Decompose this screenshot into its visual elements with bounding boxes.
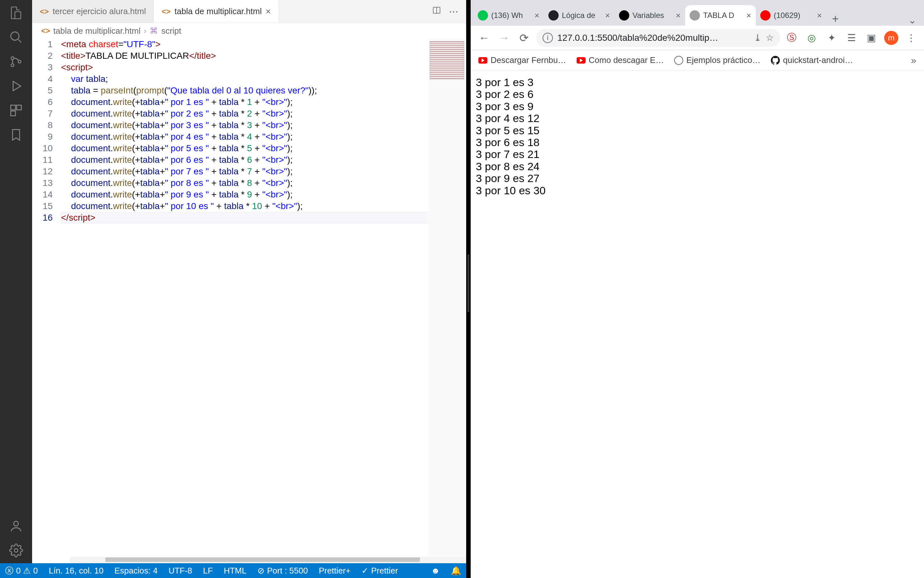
editor-tab-0[interactable]: <> tercer ejercicio alura.html	[32, 0, 154, 23]
bookmarks-icon[interactable]	[8, 127, 24, 143]
bookmark-3[interactable]: quickstart-androi…	[771, 55, 853, 65]
horizontal-scrollbar[interactable]	[70, 557, 466, 563]
svg-rect-5	[17, 106, 21, 110]
scrollbar-thumb[interactable]	[105, 557, 420, 562]
code-line[interactable]: <title>TABLA DE MULTIPLICAR</title>	[61, 50, 463, 62]
browser-tab-1[interactable]: Lógica de×	[544, 5, 614, 26]
back-button[interactable]: ←	[477, 30, 492, 45]
line-number: 2	[32, 50, 53, 62]
code-line[interactable]: document.write(+tabla+" por 5 es " + tab…	[61, 143, 463, 154]
minimap[interactable]	[428, 39, 466, 557]
extension-icon[interactable]: ◎	[804, 31, 819, 45]
status-cursor[interactable]: Lín. 16, col. 10	[49, 566, 104, 576]
account-icon[interactable]	[8, 518, 24, 534]
status-feedback-icon[interactable]: ☻	[431, 566, 440, 576]
code-line[interactable]: document.write(+tabla+" por 7 es " + tab…	[61, 166, 463, 177]
line-number: 3	[32, 62, 53, 73]
close-icon[interactable]: ×	[676, 11, 681, 21]
code-line[interactable]: document.write(+tabla+" por 10 es " + ta…	[61, 200, 463, 212]
install-app-icon[interactable]: ⤓	[754, 32, 761, 43]
status-language[interactable]: HTML	[224, 566, 246, 576]
html-file-icon: <>	[40, 7, 49, 16]
site-info-icon[interactable]: i	[543, 33, 553, 43]
status-spaces[interactable]: Espacios: 4	[115, 566, 158, 576]
bookmark-2[interactable]: Ejemplos práctico…	[674, 55, 760, 65]
toolbar-right-cluster: Ⓢ ◎ ✦ ☰ ▣ m ⋮	[785, 31, 918, 45]
side-panel-icon[interactable]: ▣	[864, 31, 879, 45]
forward-button[interactable]: →	[496, 30, 512, 45]
chrome-menu-icon[interactable]: ⋮	[904, 31, 918, 45]
line-number: 9	[32, 131, 53, 143]
close-icon[interactable]: ×	[746, 11, 751, 21]
status-problems[interactable]: ⓧ0 ⚠0	[5, 565, 38, 576]
editor-body[interactable]: 12345678910111213141516 <meta charset="U…	[32, 39, 466, 557]
new-tab-button[interactable]: +	[827, 12, 845, 26]
status-eol[interactable]: LF	[203, 566, 213, 576]
split-editor-icon[interactable]	[432, 6, 441, 17]
browser-tab-4[interactable]: (10629)×	[756, 5, 827, 26]
status-bell-icon[interactable]: 🔔	[451, 566, 461, 576]
code-line[interactable]: tabla = parseInt(prompt("Que tabla del 0…	[61, 85, 463, 96]
run-debug-icon[interactable]	[8, 78, 24, 94]
explorer-icon[interactable]	[8, 5, 24, 21]
code-line[interactable]: <meta charset="UTF-8">	[61, 39, 463, 50]
line-number-gutter: 12345678910111213141516	[32, 39, 61, 557]
close-icon[interactable]: ×	[535, 11, 539, 21]
code-line[interactable]: var tabla;	[61, 73, 463, 85]
profile-avatar[interactable]: m	[884, 31, 898, 45]
line-number: 14	[32, 189, 53, 200]
browser-tab-2[interactable]: Variables×	[614, 5, 685, 26]
bookmark-1[interactable]: Como descagar E…	[577, 55, 664, 65]
check-icon: ✓	[361, 566, 369, 576]
more-actions-icon[interactable]: ⋯	[449, 6, 459, 17]
close-icon[interactable]: ×	[605, 11, 610, 21]
status-prettier[interactable]: ✓ Prettier	[361, 566, 398, 576]
browser-tab-0[interactable]: (136) Wh×	[473, 5, 544, 26]
svg-rect-6	[11, 111, 16, 116]
editor-tab-1[interactable]: <> tabla de multiplicar.html ×	[154, 0, 279, 23]
breadcrumbs[interactable]: <> tabla de multiplicar.html › ⌘ script	[32, 23, 466, 39]
html-file-icon: <>	[41, 26, 50, 35]
status-prettier-plus[interactable]: Prettier+	[319, 566, 350, 576]
source-control-icon[interactable]	[8, 54, 24, 69]
reload-button[interactable]: ⟳	[516, 30, 532, 45]
github-icon	[771, 56, 780, 65]
code-line[interactable]: document.write(+tabla+" por 8 es " + tab…	[61, 177, 463, 189]
extension-icon[interactable]: Ⓢ	[785, 31, 799, 45]
search-icon[interactable]	[8, 29, 24, 45]
tab-dropdown-icon[interactable]: ⌄	[903, 15, 921, 26]
svg-point-1	[11, 57, 14, 60]
reading-list-icon[interactable]: ☰	[845, 31, 859, 45]
svg-point-8	[15, 549, 18, 552]
code-line[interactable]: document.write(+tabla+" por 1 es " + tab…	[61, 96, 463, 108]
status-port[interactable]: ⊘Port : 5500	[258, 566, 308, 576]
globe-icon	[674, 56, 683, 65]
bookmark-0[interactable]: Descargar Fernbu…	[478, 55, 566, 65]
split-divider[interactable]	[466, 0, 471, 578]
code-line[interactable]: document.write(+tabla+" por 9 es " + tab…	[61, 189, 463, 200]
browser-tab-3[interactable]: TABLA D×	[685, 5, 756, 26]
bookmark-star-icon[interactable]: ☆	[766, 32, 774, 43]
close-icon[interactable]: ×	[266, 6, 271, 17]
bookmarks-overflow-icon[interactable]: »	[911, 55, 916, 66]
close-icon[interactable]: ×	[817, 11, 822, 21]
broadcast-icon: ⊘	[258, 566, 264, 576]
extensions-puzzle-icon[interactable]: ✦	[825, 31, 839, 45]
line-number: 10	[32, 143, 53, 154]
code-line[interactable]: <script>	[61, 62, 463, 73]
code-line[interactable]: document.write(+tabla+" por 3 es " + tab…	[61, 119, 463, 131]
code-line[interactable]: </script>	[61, 212, 463, 224]
page-line: 3 por 10 es 30	[476, 185, 919, 196]
code-line[interactable]: document.write(+tabla+" por 2 es " + tab…	[61, 108, 463, 119]
settings-gear-icon[interactable]	[8, 543, 24, 558]
page-content: 3 por 1 es 33 por 2 es 63 por 3 es 93 po…	[471, 71, 924, 578]
code-area[interactable]: <meta charset="UTF-8"><title>TABLA DE MU…	[61, 39, 466, 557]
extensions-icon[interactable]	[8, 103, 24, 118]
browser-tab-title: (10629)	[774, 11, 801, 20]
address-bar[interactable]: i 127.0.0.1:5500/tabla%20de%20multip… ⤓ …	[536, 29, 780, 47]
status-encoding[interactable]: UTF-8	[169, 566, 192, 576]
editor-tab-actions: ⋯	[425, 0, 466, 23]
code-line[interactable]: document.write(+tabla+" por 4 es " + tab…	[61, 131, 463, 143]
favicon	[690, 10, 700, 21]
code-line[interactable]: document.write(+tabla+" por 6 es " + tab…	[61, 154, 463, 166]
